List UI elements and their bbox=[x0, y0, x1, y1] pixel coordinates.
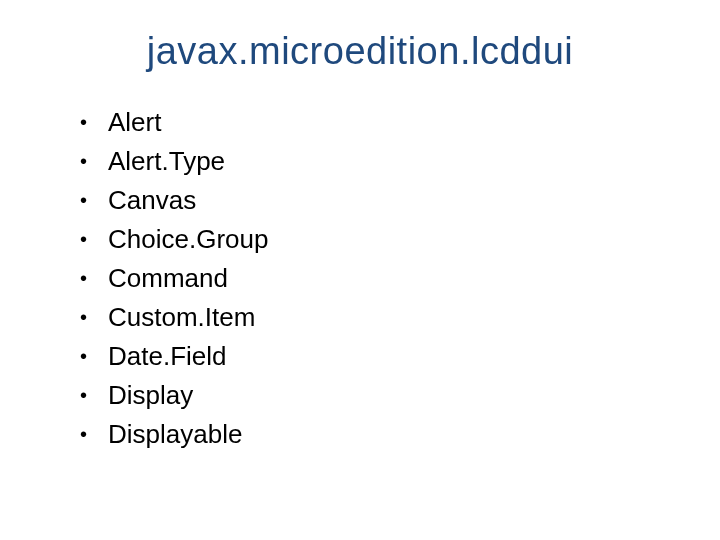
class-list: • Alert • Alert.Type • Canvas • Choice.G… bbox=[50, 103, 670, 454]
bullet-icon: • bbox=[80, 103, 108, 141]
bullet-icon: • bbox=[80, 259, 108, 297]
list-item-label: Alert.Type bbox=[108, 142, 225, 181]
list-item: • Alert bbox=[80, 103, 670, 142]
list-item: • Display bbox=[80, 376, 670, 415]
list-item: • Choice.Group bbox=[80, 220, 670, 259]
list-item: • Custom.Item bbox=[80, 298, 670, 337]
slide-title: javax.microedition.lcddui bbox=[50, 30, 670, 73]
list-item: • Displayable bbox=[80, 415, 670, 454]
list-item-label: Canvas bbox=[108, 181, 196, 220]
list-item-label: Custom.Item bbox=[108, 298, 255, 337]
list-item-label: Date.Field bbox=[108, 337, 227, 376]
list-item-label: Alert bbox=[108, 103, 161, 142]
list-item: • Command bbox=[80, 259, 670, 298]
list-item: • Canvas bbox=[80, 181, 670, 220]
bullet-icon: • bbox=[80, 181, 108, 219]
bullet-icon: • bbox=[80, 376, 108, 414]
list-item-label: Display bbox=[108, 376, 193, 415]
bullet-icon: • bbox=[80, 142, 108, 180]
list-item-label: Choice.Group bbox=[108, 220, 268, 259]
list-item: • Alert.Type bbox=[80, 142, 670, 181]
bullet-icon: • bbox=[80, 415, 108, 453]
slide: javax.microedition.lcddui • Alert • Aler… bbox=[0, 0, 720, 540]
bullet-icon: • bbox=[80, 298, 108, 336]
list-item-label: Command bbox=[108, 259, 228, 298]
list-item-label: Displayable bbox=[108, 415, 242, 454]
list-item: • Date.Field bbox=[80, 337, 670, 376]
bullet-icon: • bbox=[80, 220, 108, 258]
bullet-icon: • bbox=[80, 337, 108, 375]
